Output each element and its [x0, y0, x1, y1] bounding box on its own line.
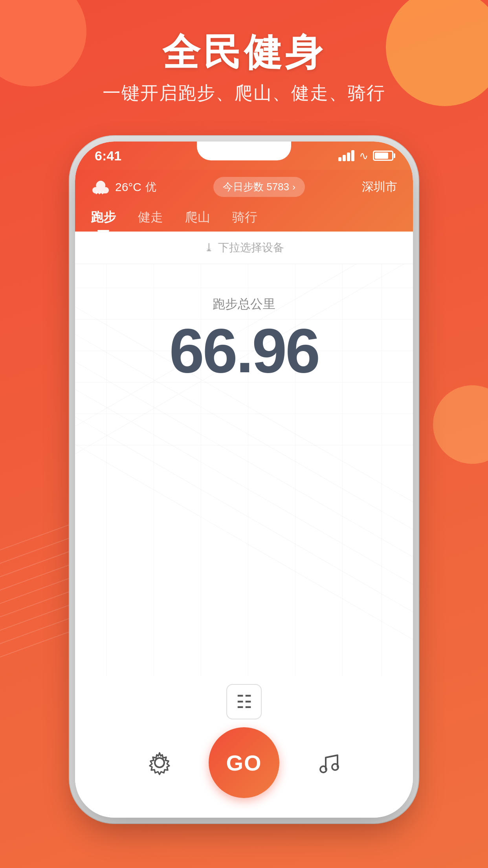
nav-tab-hiking[interactable]: 爬山 — [185, 203, 210, 232]
phone-content: ⤓ 下拉选择设备 — [75, 232, 413, 818]
steps-text: 今日步数 5783 — [223, 180, 289, 194]
device-selector[interactable]: ⤓ 下拉选择设备 — [75, 232, 413, 264]
signal-icon — [338, 150, 354, 161]
chevron-down-double-icon: ⤓ — [204, 244, 213, 252]
weather-section: 26°C 优 — [91, 178, 156, 196]
list-icon: ☷ — [236, 691, 252, 712]
header-section: 全民健身 一键开启跑步、爬山、健走、骑行 — [0, 31, 488, 105]
device-selector-text: 下拉选择设备 — [218, 240, 284, 255]
nav-tabs: 跑步 健走 爬山 骑行 — [91, 203, 397, 232]
go-button[interactable]: GO — [209, 727, 279, 798]
svg-point-3 — [155, 758, 164, 767]
music-button[interactable] — [311, 745, 346, 780]
weather-temp: 26°C — [115, 180, 141, 194]
nav-tab-cycling[interactable]: 骑行 — [232, 203, 257, 232]
notch — [197, 142, 291, 160]
gear-icon — [146, 749, 173, 776]
nav-tab-running[interactable]: 跑步 — [91, 203, 116, 232]
distance-value: 66.96 — [169, 319, 319, 382]
go-button-label: GO — [226, 750, 262, 776]
phone-inner: 6:41 ∿ — [75, 142, 413, 818]
steps-badge[interactable]: 今日步数 5783 › — [213, 177, 305, 197]
status-icons: ∿ — [338, 149, 393, 162]
nav-tab-walking[interactable]: 健走 — [138, 203, 163, 232]
settings-button[interactable] — [142, 745, 177, 780]
bottom-controls: ☷ GO — [75, 676, 413, 818]
status-bar: 6:41 ∿ — [75, 142, 413, 170]
battery-icon — [373, 151, 393, 161]
app-header: 26°C 优 今日步数 5783 › 深圳市 跑步 — [75, 170, 413, 232]
phone-mockup: 6:41 ∿ — [75, 142, 413, 818]
header-top-row: 26°C 优 今日步数 5783 › 深圳市 — [91, 177, 397, 197]
distance-label: 跑步总公里 — [169, 296, 319, 313]
weather-quality: 优 — [145, 180, 156, 195]
map-area: 跑步总公里 66.96 — [75, 264, 413, 676]
main-title: 全民健身 — [0, 31, 488, 73]
action-row: GO — [91, 727, 397, 798]
app-background: 全民健身 一键开启跑步、爬山、健走、骑行 6:41 ∿ — [0, 0, 488, 868]
steps-arrow: › — [292, 182, 295, 193]
city-label: 深圳市 — [362, 179, 397, 195]
distance-section: 跑步总公里 66.96 — [169, 264, 319, 382]
status-time: 6:41 — [95, 148, 121, 164]
wifi-icon: ∿ — [359, 149, 368, 162]
sub-title: 一键开启跑步、爬山、健走、骑行 — [0, 81, 488, 105]
music-icon — [315, 749, 342, 776]
weather-icon-wrap — [91, 178, 111, 196]
playlist-button[interactable]: ☷ — [226, 684, 262, 719]
cloud-rain-icon — [91, 178, 111, 194]
deco-circle-mid-right — [433, 385, 488, 464]
